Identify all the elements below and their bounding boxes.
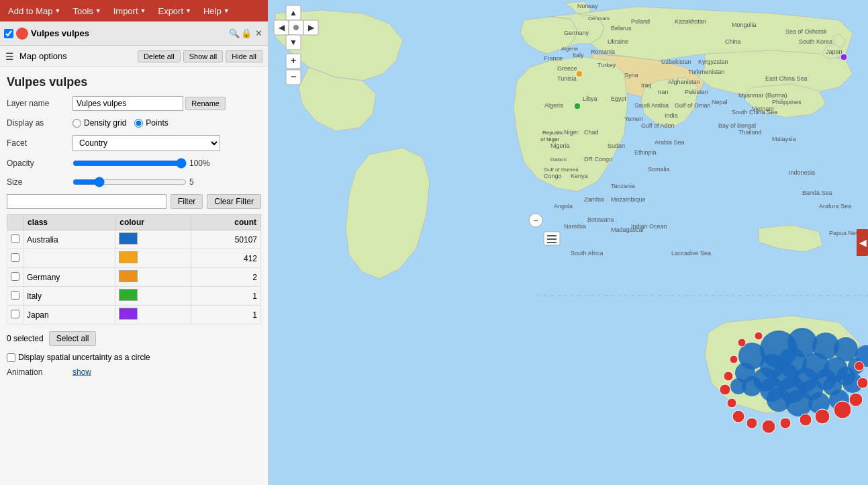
hide-all-button[interactable]: Hide all: [226, 50, 262, 62]
map-area[interactable]: Belarus Germany Ukraine Romania Poland K…: [269, 0, 868, 485]
add-to-map-button[interactable]: Add to Map ▼: [3, 3, 66, 19]
minus-control[interactable]: −: [529, 214, 542, 227]
svg-text:China: China: [725, 38, 741, 45]
svg-text:Yemen: Yemen: [624, 116, 643, 122]
animation-show-link[interactable]: show: [73, 367, 91, 377]
row-class-cell: Italy: [23, 287, 115, 306]
svg-text:India: India: [665, 112, 678, 119]
lock-layer-icon[interactable]: 🔒: [241, 28, 252, 39]
svg-text:+: +: [291, 55, 296, 66]
svg-rect-142: [547, 238, 557, 240]
row-checkbox[interactable]: [11, 234, 19, 243]
opacity-control: 100%: [73, 158, 261, 169]
layer-name-text: Vulpes vulpes: [31, 28, 226, 38]
density-grid-radio[interactable]: [73, 119, 81, 128]
svg-text:Belarus: Belarus: [611, 25, 632, 32]
svg-text:Angola: Angola: [554, 203, 573, 210]
select-all-button[interactable]: Select all: [49, 331, 97, 346]
row-class-cell: Japan: [23, 306, 115, 324]
import-button[interactable]: Import ▼: [108, 3, 152, 19]
density-grid-option[interactable]: Density grid: [73, 118, 126, 128]
svg-text:Chad: Chad: [584, 129, 599, 136]
tools-arrow-icon: ▼: [95, 7, 101, 14]
svg-point-117: [815, 409, 830, 424]
row-check-cell: [7, 268, 23, 287]
help-arrow-icon: ▼: [224, 7, 230, 14]
add-to-map-arrow-icon: ▼: [55, 7, 61, 14]
facet-select[interactable]: Country: [73, 135, 220, 151]
color-swatch[interactable]: [119, 289, 138, 301]
svg-point-78: [574, 103, 581, 109]
svg-text:Algeria: Algeria: [561, 46, 578, 52]
opacity-slider[interactable]: [73, 158, 187, 169]
filter-input[interactable]: [7, 194, 166, 209]
layer-icon: [16, 28, 28, 40]
zoom-to-layer-icon[interactable]: 🔍: [229, 28, 240, 39]
svg-point-123: [738, 339, 746, 347]
svg-text:Gulf of Guinea: Gulf of Guinea: [544, 167, 579, 173]
display-as-label: Display as: [7, 118, 67, 128]
row-check-cell: [7, 249, 23, 268]
facet-row: Facet Country: [0, 132, 268, 154]
row-color-cell[interactable]: [115, 249, 191, 268]
color-swatch[interactable]: [119, 232, 138, 245]
col-header-colour: colour: [115, 215, 191, 230]
table-row: Japan1: [7, 306, 261, 324]
row-check-cell: [7, 306, 23, 324]
filter-button[interactable]: Filter: [171, 194, 203, 209]
svg-text:Tanzania: Tanzania: [611, 183, 635, 189]
size-value: 5: [189, 177, 194, 187]
svg-text:South Korea: South Korea: [799, 38, 832, 45]
map-svg: Belarus Germany Ukraine Romania Poland K…: [269, 0, 868, 485]
svg-text:of Niger: of Niger: [540, 136, 559, 142]
color-swatch[interactable]: [119, 270, 138, 282]
svg-text:Congo: Congo: [544, 173, 562, 179]
selection-row: 0 selected Select all: [0, 327, 268, 350]
export-button[interactable]: Export ▼: [152, 3, 197, 19]
layer-visibility-checkbox[interactable]: [4, 29, 13, 38]
row-color-cell[interactable]: [115, 268, 191, 287]
svg-rect-143: [547, 242, 557, 243]
size-slider[interactable]: [73, 177, 187, 187]
row-color-cell[interactable]: [115, 287, 191, 306]
spatial-row: Display spatial uncertainty as a circle: [0, 350, 268, 365]
layer-name-row: Layer name Rename: [0, 93, 268, 114]
svg-text:−: −: [533, 216, 538, 225]
layers-icon[interactable]: [544, 232, 560, 245]
size-row: Size 5: [0, 173, 268, 191]
size-label: Size: [7, 177, 67, 187]
row-checkbox[interactable]: [11, 291, 19, 300]
color-swatch[interactable]: [119, 251, 138, 263]
layer-name-input[interactable]: [73, 96, 183, 111]
spatial-uncertainty-label[interactable]: Display spatial uncertainty as a circle: [7, 353, 150, 362]
delete-layer-icon[interactable]: ✕: [253, 28, 264, 39]
row-checkbox[interactable]: [11, 310, 19, 318]
delete-all-button[interactable]: Delete all: [138, 50, 181, 62]
rename-button[interactable]: Rename: [185, 97, 226, 110]
tools-button[interactable]: Tools ▼: [67, 3, 106, 19]
svg-text:Algeria: Algeria: [544, 102, 563, 109]
layer-name-form-label: Layer name: [7, 99, 67, 108]
help-button[interactable]: Help ▼: [198, 3, 235, 19]
svg-text:Mozambique: Mozambique: [611, 196, 646, 203]
spatial-uncertainty-checkbox[interactable]: [7, 353, 15, 362]
svg-text:Nepal: Nepal: [712, 99, 728, 105]
svg-text:Arabia Sea: Arabia Sea: [655, 139, 685, 146]
row-color-cell[interactable]: [115, 230, 191, 249]
svg-text:Uzbekistan: Uzbekistan: [661, 58, 691, 65]
row-check-cell: [7, 230, 23, 249]
row-checkbox[interactable]: [11, 253, 19, 262]
show-all-button[interactable]: Show all: [183, 50, 224, 62]
row-color-cell[interactable]: [115, 306, 191, 324]
svg-text:Saudi Arabia: Saudi Arabia: [634, 102, 669, 109]
help-label: Help: [203, 6, 222, 16]
points-radio[interactable]: [134, 119, 143, 128]
size-control: 5: [73, 177, 261, 187]
svg-text:Gabon: Gabon: [550, 157, 567, 163]
color-swatch[interactable]: [119, 308, 138, 320]
points-option[interactable]: Points: [134, 118, 168, 128]
add-to-map-label: Add to Map: [8, 6, 53, 16]
clear-filter-button[interactable]: Clear Filter: [207, 194, 261, 209]
collapse-panel-button[interactable]: ◀: [857, 229, 868, 256]
row-checkbox[interactable]: [11, 272, 19, 281]
